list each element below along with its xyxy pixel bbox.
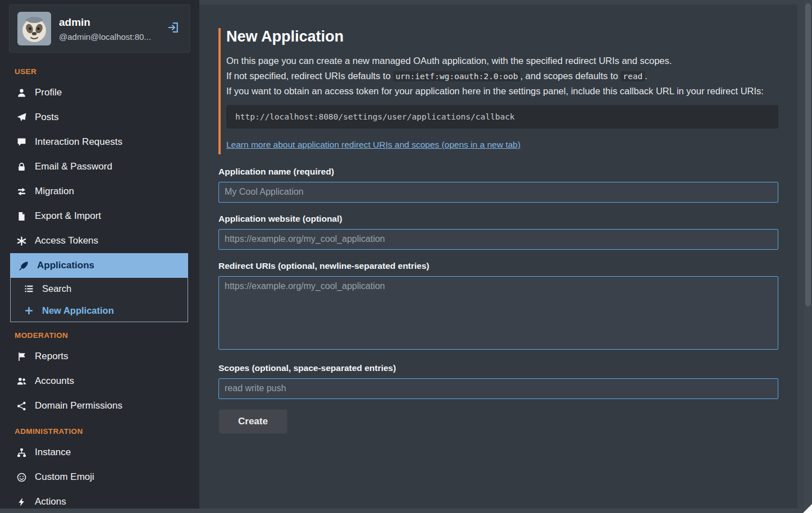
application-name-label: Application name (required) [218, 167, 778, 177]
user-handle: @admin@localhost:80... [59, 32, 157, 42]
logout-icon[interactable] [165, 19, 182, 38]
oob-code: urn:ietf:wg:oauth:2.0:oob [393, 71, 520, 81]
user-meta: admin @admin@localhost:80... [59, 16, 157, 42]
sidebar-item-label: Search [42, 283, 71, 294]
asterisk-icon [17, 236, 26, 246]
intro-line-1: On this page you can create a new manage… [226, 54, 778, 68]
intro-line-2: If not specified, redirect URIs defaults… [226, 70, 778, 83]
application-name-input[interactable] [218, 182, 778, 203]
sidebar-item-label: Reports [35, 351, 69, 362]
section-label-user: USER [0, 58, 199, 80]
sidebar-item-custom-emoji[interactable]: Custom Emoji [0, 465, 199, 489]
sidebar-item-label: Access Tokens [35, 235, 98, 246]
paper-plane-icon [17, 113, 26, 122]
read-code: read [621, 71, 645, 81]
sidebar-item-email-password[interactable]: Email & Password [0, 154, 199, 179]
users-icon [17, 377, 26, 386]
sidebar-item-label: Profile [35, 87, 62, 98]
sidebar-item-search[interactable]: Search [11, 278, 188, 300]
horizontal-scrollbar-track[interactable] [0, 509, 812, 513]
sidebar-item-label: Instance [35, 447, 71, 458]
app-window: admin @admin@localhost:80... USER Profil… [0, 0, 812, 513]
section-label-moderation: MODERATION [0, 322, 199, 344]
sidebar-item-label: Accounts [35, 375, 74, 387]
redirect-uris-label: Redirect URIs (optional, newline-separat… [218, 261, 778, 271]
sidebar-item-label: Migration [35, 186, 74, 197]
callback-url-code-block: http://localhost:8080/settings/user/appl… [226, 105, 778, 129]
sidebar-item-export-import[interactable]: Export & Import [0, 204, 199, 228]
intro-line-2-mid: , and scopes defaults to [520, 71, 621, 81]
about-block: New Application On this page you can cre… [218, 28, 778, 154]
sidebar-item-applications[interactable]: Applications [10, 253, 188, 278]
section-label-administration: ADMINISTRATION [0, 418, 199, 440]
sidebar-item-migration[interactable]: Migration [0, 179, 199, 204]
sidebar-item-label: Applications [37, 260, 94, 271]
intro-line-3: If you want to obtain an access token fo… [226, 85, 778, 98]
sidebar-item-posts[interactable]: Posts [0, 105, 199, 130]
sidebar-item-label: New Application [42, 305, 114, 316]
sidebar-item-label: Posts [35, 112, 59, 123]
sidebar-item-instance[interactable]: Instance [0, 440, 199, 465]
intro-line-2-pre: If not specified, redirect URIs defaults… [226, 71, 393, 81]
create-button[interactable]: Create [218, 409, 288, 434]
list-icon [24, 284, 34, 294]
redirect-uris-textarea[interactable] [218, 276, 778, 350]
new-application-form: Application name (required) Application … [218, 167, 778, 434]
sidebar-item-label: Export & Import [35, 210, 101, 222]
lock-icon [17, 162, 26, 172]
sidebar-item-label: Email & Password [35, 161, 112, 172]
sidebar-item-domain-permissions[interactable]: Domain Permissions [0, 393, 199, 418]
sidebar-item-label: Actions [35, 496, 66, 507]
learn-more-link[interactable]: Learn more about application redirect UR… [226, 140, 521, 150]
resize-grip[interactable] [803, 504, 812, 513]
sidebar-item-label: Interaction Requests [35, 136, 122, 148]
avatar [17, 12, 51, 45]
vertical-scrollbar-thumb[interactable] [805, 3, 811, 306]
application-website-label: Application website (optional) [218, 214, 778, 224]
applications-group: Applications Search New Application [10, 253, 188, 322]
sidebar-item-reports[interactable]: Reports [0, 344, 199, 369]
transfer-arrows-icon [17, 187, 26, 196]
sidebar-item-access-tokens[interactable]: Access Tokens [0, 228, 199, 253]
new-application-panel: New Application On this page you can cre… [199, 4, 797, 509]
sidebar-item-label: Custom Emoji [35, 471, 94, 483]
sloth-avatar-image [17, 12, 51, 45]
file-export-icon [17, 212, 26, 221]
sitemap-icon [17, 448, 26, 457]
application-website-input[interactable] [218, 229, 778, 250]
intro-line-2-end: . [645, 71, 647, 81]
user-card: admin @admin@localhost:80... [9, 4, 190, 53]
bolt-icon [17, 497, 26, 507]
plus-icon [24, 306, 34, 315]
flag-icon [17, 352, 26, 361]
sidebar: admin @admin@localhost:80... USER Profil… [0, 0, 199, 509]
applications-submenu: Search New Application [10, 278, 188, 322]
sidebar-item-actions[interactable]: Actions [0, 489, 199, 509]
sidebar-item-interaction-requests[interactable]: Interaction Requests [0, 130, 199, 154]
sidebar-item-label: Domain Permissions [35, 400, 122, 411]
share-nodes-icon [17, 401, 26, 411]
smiley-icon [17, 473, 26, 482]
page-title: New Application [226, 28, 778, 45]
scopes-label: Scopes (optional, space-separated entrie… [218, 363, 778, 373]
sidebar-item-accounts[interactable]: Accounts [0, 369, 199, 393]
sidebar-item-profile[interactable]: Profile [0, 80, 199, 105]
comment-icon [17, 138, 26, 147]
user-name: admin [59, 16, 157, 29]
scopes-input[interactable] [218, 378, 778, 399]
user-icon [17, 88, 26, 98]
vertical-scrollbar-track[interactable] [804, 0, 812, 513]
sidebar-item-new-application[interactable]: New Application [11, 300, 188, 322]
main-wrap: New Application On this page you can cre… [199, 0, 812, 513]
applications-icon [19, 261, 29, 271]
